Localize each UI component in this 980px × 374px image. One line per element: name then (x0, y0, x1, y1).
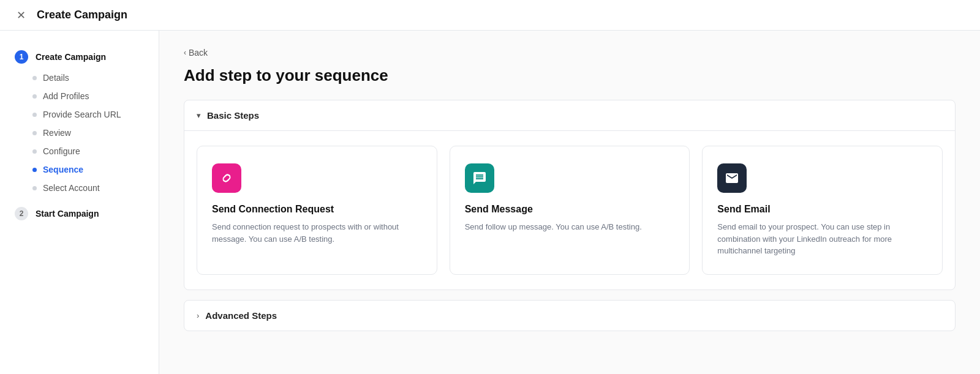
back-chevron-icon: ‹ (184, 48, 186, 57)
email-icon (725, 171, 739, 185)
back-label: Back (189, 48, 208, 58)
dot-select-account (32, 186, 37, 190)
card-title-message: Send Message (465, 204, 675, 215)
step-number-1: 1 (15, 50, 28, 64)
card-send-email[interactable]: Send Email Send email to your prospect. … (702, 146, 943, 275)
main-content: ‹ Back Add step to your sequence ▾ Basic… (159, 31, 980, 374)
step-group-1-label: Create Campaign (36, 52, 106, 62)
cards-grid: Send Connection Request Send connection … (184, 131, 955, 290)
card-icon-message (465, 163, 494, 193)
card-title-email: Send Email (717, 204, 927, 215)
advanced-steps-chevron-icon: › (197, 311, 199, 320)
dot-add-profiles (32, 94, 37, 99)
sidebar-item-sequence-label: Sequence (43, 165, 83, 174)
advanced-steps-section: › Advanced Steps (184, 300, 956, 331)
sidebar-item-provide-search-url[interactable]: Provide Search URL (34, 105, 159, 124)
card-title-connection-request: Send Connection Request (212, 204, 422, 215)
sidebar-item-sequence[interactable]: Sequence (34, 160, 159, 179)
step-group-1-header: 1 Create Campaign (0, 45, 159, 69)
dot-configure (32, 149, 37, 154)
basic-steps-chevron-icon: ▾ (197, 111, 201, 120)
card-icon-connection-request (212, 163, 241, 193)
card-send-connection-request[interactable]: Send Connection Request Send connection … (197, 146, 437, 275)
card-desc-connection-request: Send connection request to prospects wit… (212, 221, 422, 245)
step-group-2-label: Start Campaign (36, 209, 99, 219)
dot-details (32, 76, 37, 80)
sidebar-item-provide-search-url-label: Provide Search URL (43, 110, 121, 119)
sidebar-item-review[interactable]: Review (34, 124, 159, 142)
sidebar-item-add-profiles-label: Add Profiles (43, 91, 89, 101)
dot-sequence (32, 168, 37, 172)
step-group-1: 1 Create Campaign Details Add Profiles P… (0, 45, 159, 197)
message-icon (472, 171, 487, 185)
page-title: Add step to your sequence (184, 66, 956, 85)
advanced-steps-label: Advanced Steps (205, 310, 277, 321)
dot-review (32, 131, 37, 135)
card-icon-email (717, 163, 747, 193)
sidebar-item-configure-label: Configure (43, 146, 80, 156)
main-layout: 1 Create Campaign Details Add Profiles P… (0, 31, 980, 374)
app-title: Create Campaign (37, 9, 127, 21)
sidebar-item-configure[interactable]: Configure (34, 142, 159, 160)
step-number-2: 2 (15, 207, 28, 220)
basic-steps-section: ▾ Basic Steps Send Connection Request Se… (184, 100, 956, 290)
step-group-2: 2 Start Campaign (0, 202, 159, 225)
step-items-group-1: Details Add Profiles Provide Search URL … (0, 69, 159, 197)
basic-steps-header[interactable]: ▾ Basic Steps (184, 100, 955, 131)
sidebar-item-select-account-label: Select Account (43, 183, 100, 193)
back-link[interactable]: ‹ Back (184, 48, 956, 58)
card-desc-email: Send email to your prospect. You can use… (717, 221, 927, 257)
sidebar-item-details[interactable]: Details (34, 69, 159, 87)
close-button[interactable]: ✕ (12, 7, 29, 24)
sidebar-item-review-label: Review (43, 128, 71, 138)
sidebar-item-details-label: Details (43, 73, 69, 83)
sidebar: 1 Create Campaign Details Add Profiles P… (0, 31, 159, 374)
app-header: ✕ Create Campaign (0, 0, 980, 31)
card-desc-message: Send follow up message. You can use A/B … (465, 221, 675, 233)
advanced-steps-header[interactable]: › Advanced Steps (184, 301, 955, 331)
basic-steps-label: Basic Steps (207, 110, 259, 121)
dot-provide-search-url (32, 113, 37, 117)
sidebar-item-add-profiles[interactable]: Add Profiles (34, 87, 159, 105)
close-icon: ✕ (17, 9, 26, 22)
step-group-2-header: 2 Start Campaign (0, 202, 159, 225)
card-send-message[interactable]: Send Message Send follow up message. You… (450, 146, 690, 275)
sidebar-item-select-account[interactable]: Select Account (34, 179, 159, 197)
link-icon (219, 171, 234, 185)
